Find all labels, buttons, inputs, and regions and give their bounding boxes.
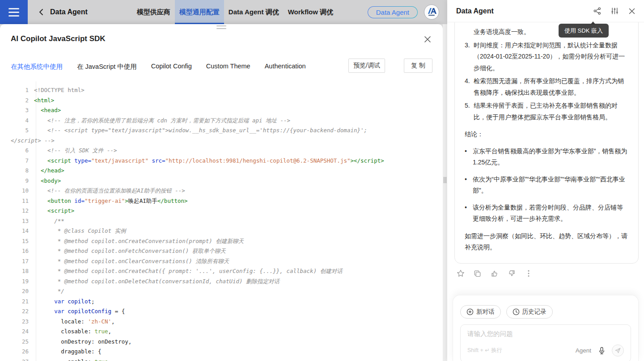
assistant-message-card: 业务语境高度一致。 3.时间维度：用户未指定时间范围，默认统计全量数据（2024… xyxy=(454,22,639,264)
code-segment xyxy=(34,218,54,224)
star-icon xyxy=(457,269,465,277)
code-segment xyxy=(34,117,47,124)
app-window: Data Agent 模型供应商模型通用配置Data Agent 调优Workf… xyxy=(0,0,644,361)
thumbs-up-button[interactable] xyxy=(490,269,499,278)
modal-drag-handle[interactable] xyxy=(216,25,226,29)
code-segment: true xyxy=(94,358,108,361)
code-segment: draggable: { xyxy=(34,348,102,355)
code-segment: * @method copilot.onCreateConversation(p… xyxy=(34,238,244,244)
splitter-grip-icon xyxy=(444,177,446,183)
line-number: 10 xyxy=(11,186,34,196)
code-segment: 唤起AI助手 xyxy=(128,197,157,204)
code-segment: </button> xyxy=(157,197,188,204)
topbar-tabs: 模型供应商模型通用配置Data Agent 调优Workflow 调优 xyxy=(132,0,338,24)
topbar-tab[interactable]: 模型供应商 xyxy=(132,0,175,24)
code-line: 10 <!-- 在你的页面适当位置添加唤起AI助手的按钮 --> xyxy=(11,186,432,196)
code-segment: src= xyxy=(152,157,165,164)
topbar-tab[interactable]: Data Agent 调优 xyxy=(224,0,284,24)
question-input[interactable]: 请输入您的问题 Shift + ↵ 换行 Agent xyxy=(460,324,631,361)
code-line: 16 * @method copilot.onFetchConversation… xyxy=(11,246,432,256)
code-segment xyxy=(34,167,41,174)
agent-mode-label[interactable]: Agent xyxy=(576,347,591,354)
item-number: 4. xyxy=(465,76,474,98)
message-actions xyxy=(456,269,644,278)
input-placeholder: 请输入您的问题 xyxy=(467,330,624,338)
code-segment: var xyxy=(54,298,64,305)
line-number: 16 xyxy=(11,246,34,256)
line-number: 15 xyxy=(11,236,34,247)
code-line: 21 var copilot; xyxy=(11,297,432,307)
send-icon xyxy=(615,348,621,353)
code-line: 3 <head> xyxy=(11,105,432,116)
line-number: 3 xyxy=(11,105,34,116)
line-number: 14 xyxy=(11,226,34,236)
code-line: 19 * @method copilot.onDeleteChat(conver… xyxy=(11,277,432,287)
copy-button[interactable]: 复 制 xyxy=(404,59,432,73)
bullet-item: •该分析为全量数据，若需分时间段、分品牌、分店铺等更细致分析，可进一步补充需求。 xyxy=(465,202,628,225)
line-number: 24 xyxy=(11,327,34,337)
message-bullet-list: •京东平台销售额最高的事业部为“华东事业部”，销售额为1.25亿元。•依次为“中… xyxy=(465,146,628,225)
line-number: 25 xyxy=(11,337,34,347)
code-line: 13 /** xyxy=(11,216,432,227)
brand-logo[interactable] xyxy=(424,4,439,20)
code-segment: */ xyxy=(34,288,64,294)
code-line: 18 * @method copilot.onCreateChat({ prom… xyxy=(11,266,432,277)
bullet-dot: • xyxy=(465,146,473,168)
plus-circle-icon xyxy=(466,308,474,315)
code-line: 24 closable: true, xyxy=(11,327,432,337)
code-segment xyxy=(34,157,47,164)
code-segment: </head> xyxy=(41,167,64,174)
new-chat-button[interactable]: 新对话 xyxy=(460,305,501,319)
code-segment: = { xyxy=(111,308,125,315)
send-button[interactable] xyxy=(612,344,624,357)
numbered-item: 4.检索范围无遗漏，所有事业部均已覆盖，排序方式为销售额降序，确保找出表现最优事… xyxy=(465,76,628,98)
voice-input-button[interactable] xyxy=(597,347,606,355)
modal-tab[interactable]: Authentication xyxy=(265,63,306,71)
embed-share-button[interactable] xyxy=(593,7,601,15)
bullet-item: •京东平台销售额最高的事业部为“华东事业部”，销售额为1.25亿元。 xyxy=(465,146,628,168)
code-segment: "http://localhost:9981/hengshi-copilot@6… xyxy=(165,157,351,164)
panel-splitter[interactable] xyxy=(443,24,447,361)
history-button[interactable]: 历史记录 xyxy=(506,305,553,319)
data-agent-badge[interactable]: Data Agent xyxy=(368,7,417,18)
code-segment: </script> --> xyxy=(11,137,55,144)
more-actions-button[interactable] xyxy=(524,269,533,278)
code-segment: * @method copilot.onClearConversations()… xyxy=(34,258,229,264)
chat-scroll-area[interactable]: 业务语境高度一致。 3.时间维度：用户未指定时间范围，默认统计全量数据（2024… xyxy=(447,22,644,295)
thumbs-down-button[interactable] xyxy=(507,269,516,278)
hamburger-menu-button[interactable] xyxy=(0,0,28,24)
code-segment: true xyxy=(94,328,108,335)
favorite-button[interactable] xyxy=(456,269,465,278)
code-segment: id= xyxy=(74,197,85,204)
settings-button[interactable] xyxy=(610,7,619,15)
modal-close-button[interactable] xyxy=(423,35,432,44)
clock-icon xyxy=(513,308,520,315)
code-segment: <button xyxy=(47,197,74,204)
topbar-tab[interactable]: Workflow 调优 xyxy=(284,0,338,24)
code-segment: <script> xyxy=(47,207,74,214)
modal-tab[interactable]: 在 JavaScript 中使用 xyxy=(77,63,137,71)
topbar-tab[interactable]: 模型通用配置 xyxy=(175,0,224,24)
code-segment: <!DOCTYPE html> xyxy=(34,87,85,93)
data-agent-panel: Data Agent 使用 S xyxy=(447,0,644,361)
panel-close-button[interactable] xyxy=(628,7,636,15)
code-segment: locale: xyxy=(34,318,88,325)
modal-tab[interactable]: Custom Theme xyxy=(206,63,250,71)
chevron-left-icon xyxy=(38,8,44,16)
preview-debug-button[interactable]: 预览/调试 xyxy=(348,59,385,73)
sdk-modal: AI Copilot JavaScript SDK 在其他系统中使用在 Java… xyxy=(0,24,443,361)
modal-tab[interactable]: 在其他系统中使用 xyxy=(11,63,63,71)
numbered-item: 5.结果未停留于表面，已主动补充各事业部销售额的对比，便于用户整体把握京东平台事… xyxy=(465,100,628,123)
code-line: 5 <!-- <script type="text/javascript">wi… xyxy=(11,126,432,146)
code-line: 14 * @class Copilot 实例 xyxy=(11,226,432,236)
code-line: 2<html> xyxy=(11,96,432,106)
numbered-item: 3.时间维度：用户未指定时间范围，默认统计全量数据（2024-01-02至202… xyxy=(465,40,628,74)
modal-tab[interactable]: Copilot Config xyxy=(151,63,192,71)
code-line: 4 <!-- 注意，若你的系统使用了前后端分离 cdn 方案时，需要如下方式指定… xyxy=(11,116,432,126)
code-segment: <html> xyxy=(34,97,54,104)
code-segment xyxy=(34,308,54,315)
back-button[interactable] xyxy=(37,8,46,17)
item-text: 结果未停留于表面，已主动补充各事业部销售额的对比，便于用户整体把握京东平台事业部… xyxy=(474,100,628,123)
copy-message-button[interactable] xyxy=(473,269,482,278)
code-segment: <!-- 引入 SDK 文件 --> xyxy=(47,147,117,154)
